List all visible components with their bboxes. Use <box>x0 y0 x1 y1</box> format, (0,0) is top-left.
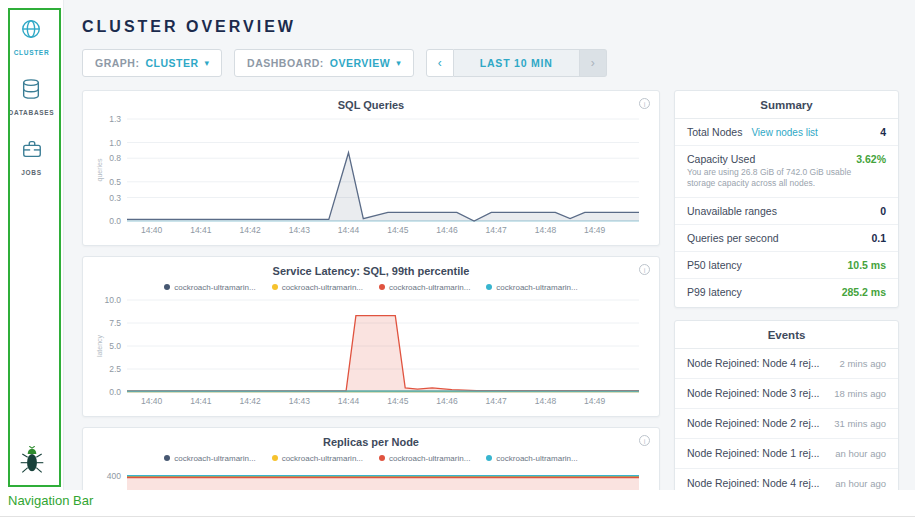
summary-value: 3.62% <box>856 153 886 165</box>
svg-text:14:47: 14:47 <box>486 396 508 406</box>
svg-text:latency: latency <box>96 334 104 357</box>
summary-label: Unavailable ranges <box>687 205 777 217</box>
summary-label: Queries per second <box>687 232 779 244</box>
sidebar-item-databases[interactable]: DATABASES <box>9 78 55 116</box>
events-panel: Events Node Rejoined: Node 4 rej... 2 mi… <box>674 320 899 490</box>
legend-item[interactable]: cockroach-ultramarin... <box>379 453 470 463</box>
svg-text:14:44: 14:44 <box>338 396 360 406</box>
dashboard-body: SQL Queries 0.00.30.50.81.01.314:4014:41… <box>82 90 899 490</box>
dashboard-dropdown-label: DASHBOARD: <box>247 57 324 69</box>
chart-legend: cockroach-ultramarin...cockroach-ultrama… <box>93 453 649 463</box>
summary-value: 10.5 ms <box>847 259 886 271</box>
legend-item[interactable]: cockroach-ultramarin... <box>486 282 577 292</box>
summary-label: P50 latency <box>687 259 742 271</box>
replicas-per-node-plot: 400 <box>93 465 649 490</box>
event-time: an hour ago <box>835 448 886 459</box>
svg-text:14:45: 14:45 <box>387 225 409 235</box>
svg-text:14:40: 14:40 <box>141 225 163 235</box>
summary-label: Capacity Used <box>687 153 755 165</box>
svg-text:14:45: 14:45 <box>387 396 409 406</box>
chart-legend: cockroach-ultramarin...cockroach-ultrama… <box>93 282 649 292</box>
svg-text:14:48: 14:48 <box>535 225 557 235</box>
svg-text:14:40: 14:40 <box>141 396 163 406</box>
summary-value: 285.2 ms <box>842 286 886 298</box>
event-time: 31 mins ago <box>834 418 886 429</box>
graph-dropdown-value: CLUSTER <box>145 57 198 69</box>
summary-row-p50-latency: P50 latency 10.5 ms <box>675 252 898 279</box>
event-time: 18 mins ago <box>834 388 886 399</box>
svg-text:14:47: 14:47 <box>486 225 508 235</box>
sql-queries-plot: 0.00.30.50.81.01.314:4014:4114:4214:4314… <box>93 113 649 237</box>
main-content: CLUSTER OVERVIEW GRAPH: CLUSTER DASHBOAR… <box>64 0 915 490</box>
svg-text:1.3: 1.3 <box>109 114 121 124</box>
svg-text:queries: queries <box>96 158 104 181</box>
graph-dropdown[interactable]: GRAPH: CLUSTER <box>82 49 222 77</box>
time-range-label[interactable]: LAST 10 MIN <box>454 49 580 77</box>
svg-text:0.8: 0.8 <box>109 153 121 163</box>
sidebar-item-jobs[interactable]: JOBS <box>21 138 43 176</box>
event-row: Node Rejoined: Node 2 rej... 31 mins ago <box>675 409 898 439</box>
event-text: Node Rejoined: Node 4 rej... <box>687 357 820 369</box>
svg-text:10.0: 10.0 <box>104 295 121 305</box>
event-row: Node Rejoined: Node 4 rej... an hour ago <box>675 469 898 490</box>
event-time: 2 mins ago <box>840 358 886 369</box>
svg-text:14:49: 14:49 <box>584 225 606 235</box>
chart-card-service-latency: Service Latency: SQL, 99th percentile co… <box>82 256 660 417</box>
series-color-dot <box>272 284 278 290</box>
chevron-down-icon <box>396 59 401 68</box>
view-nodes-list-link[interactable]: View nodes list <box>751 127 818 138</box>
page-title: CLUSTER OVERVIEW <box>82 18 899 36</box>
series-color-dot <box>379 455 385 461</box>
graph-dropdown-label: GRAPH: <box>95 57 139 69</box>
time-next-button[interactable] <box>580 49 607 77</box>
event-time: an hour ago <box>835 478 886 489</box>
svg-text:14:43: 14:43 <box>289 225 311 235</box>
summary-label: Total Nodes <box>687 126 742 138</box>
legend-item[interactable]: cockroach-ultramarin... <box>486 453 577 463</box>
series-color-dot <box>486 455 492 461</box>
info-icon[interactable] <box>639 264 650 275</box>
svg-text:0.3: 0.3 <box>109 193 121 203</box>
navigation-sidebar: CLUSTER DATABASES <box>0 0 64 490</box>
series-color-dot <box>164 284 170 290</box>
summary-row-queries-per-second: Queries per second 0.1 <box>675 225 898 252</box>
svg-text:0.5: 0.5 <box>109 177 121 187</box>
legend-item[interactable]: cockroach-ultramarin... <box>164 453 255 463</box>
series-color-dot <box>379 284 385 290</box>
legend-item[interactable]: cockroach-ultramarin... <box>379 282 470 292</box>
capacity-note: You are using 26.8 GiB of 742.0 GiB usab… <box>687 167 886 190</box>
chart-title: Service Latency: SQL, 99th percentile <box>93 265 649 279</box>
svg-text:14:48: 14:48 <box>535 396 557 406</box>
event-row: Node Rejoined: Node 3 rej... 18 mins ago <box>675 379 898 409</box>
info-icon[interactable] <box>639 435 650 446</box>
summary-row-total-nodes: Total Nodes View nodes list 4 <box>675 119 898 146</box>
svg-text:14:42: 14:42 <box>239 225 261 235</box>
series-color-dot <box>272 455 278 461</box>
sidebar-item-label: JOBS <box>21 169 42 176</box>
svg-text:2.5: 2.5 <box>109 364 121 374</box>
event-row: Node Rejoined: Node 1 rej... an hour ago <box>675 439 898 469</box>
summary-panel-title: Summary <box>675 91 898 119</box>
events-panel-title: Events <box>675 321 898 349</box>
legend-item[interactable]: cockroach-ultramarin... <box>272 453 363 463</box>
chart-title: SQL Queries <box>93 99 649 113</box>
sidebar-item-cluster[interactable]: CLUSTER <box>14 18 50 56</box>
time-prev-button[interactable] <box>426 49 454 77</box>
annotation-label: Navigation Bar <box>8 493 93 508</box>
dashboard-toolbar: GRAPH: CLUSTER DASHBOARD: OVERVIEW LAST … <box>82 49 899 77</box>
dashboard-dropdown[interactable]: DASHBOARD: OVERVIEW <box>234 49 414 77</box>
databases-icon <box>20 78 42 104</box>
legend-item[interactable]: cockroach-ultramarin... <box>164 282 255 292</box>
summary-label: P99 latency <box>687 286 742 298</box>
dashboard-dropdown-value: OVERVIEW <box>330 57 390 69</box>
cockroachdb-logo[interactable] <box>19 446 45 478</box>
event-text: Node Rejoined: Node 1 rej... <box>687 447 820 459</box>
summary-row-capacity-used: Capacity Used 3.62% You are using 26.8 G… <box>675 146 898 198</box>
summary-value: 0 <box>880 205 886 217</box>
svg-text:400: 400 <box>107 471 121 481</box>
summary-row-p99-latency: P99 latency 285.2 ms <box>675 279 898 305</box>
info-icon[interactable] <box>639 98 650 109</box>
svg-text:7.5: 7.5 <box>109 318 121 328</box>
jobs-briefcase-icon <box>21 138 43 164</box>
legend-item[interactable]: cockroach-ultramarin... <box>272 282 363 292</box>
